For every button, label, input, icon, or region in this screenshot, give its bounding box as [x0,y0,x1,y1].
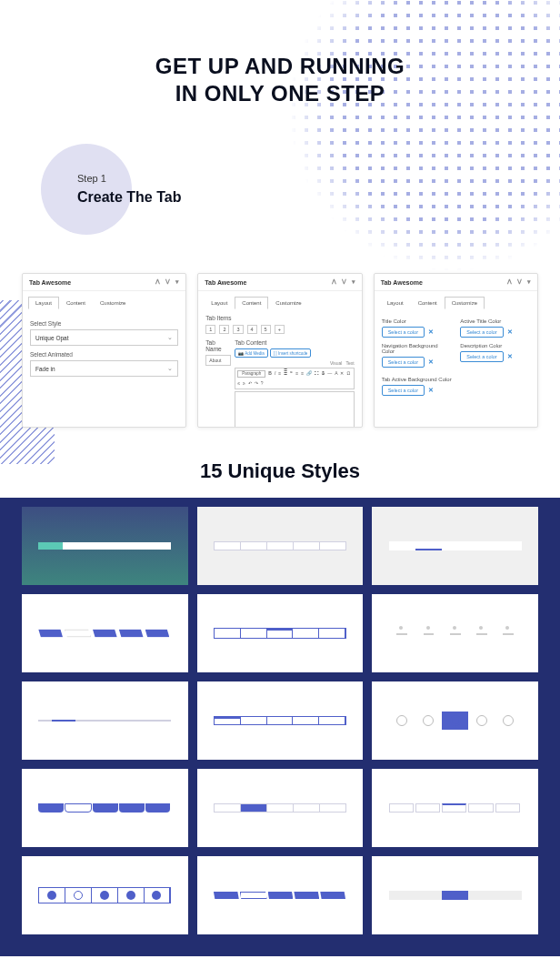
chevron-down-icon[interactable]: ᐯ [165,278,170,286]
tab-item-2[interactable]: 2 [219,325,229,334]
tab-content[interactable]: Content [59,297,93,309]
hero-heading: GET UP AND RUNNING IN ONLY ONE STEP [0,0,560,107]
align-center-icon[interactable]: ≡ [301,370,304,378]
tab-active-bg-color-button[interactable]: Select a color [382,385,425,396]
style-thumb-15 [372,856,538,934]
close-icon[interactable]: ✕ [507,328,513,336]
close-icon[interactable]: ✕ [428,328,434,336]
triangle-icon[interactable]: ▾ [175,278,179,286]
step-title: Create The Tab [77,189,181,206]
hr-icon[interactable]: — [327,370,332,378]
style-thumb-14 [197,856,364,934]
visual-mode[interactable]: Visual [330,360,343,366]
close-icon[interactable]: ✕ [428,358,434,366]
add-media-button[interactable]: 📷 Add Media [235,348,268,358]
help-icon[interactable]: ? [261,380,264,387]
close-icon[interactable]: ✕ [507,353,513,360]
title-color-label: Title Color [382,318,452,324]
triangle-icon[interactable]: ▾ [527,278,531,286]
fullscreen-icon[interactable]: ⛶ [315,370,319,378]
bold-icon[interactable]: B [268,370,272,378]
text-mode[interactable]: Text [345,360,354,366]
chevron-up-icon[interactable]: ᐱ [155,278,160,286]
color-icon[interactable]: A [335,370,337,378]
strike-icon[interactable]: S̶ [322,370,325,378]
panel-title: Tab Awesome [29,279,71,286]
nav-bg-color-label: Navigation Background Color [382,343,452,354]
indent-icon[interactable]: ≥ [243,380,245,387]
step-text: Step 1 Create The Tab [77,173,181,206]
tab-item-5[interactable]: 5 [261,325,271,334]
triangle-icon[interactable]: ▾ [352,278,355,286]
panel-title: Tab Awesome [381,279,423,286]
style-thumb-13 [22,856,188,934]
style-thumb-5 [197,594,364,672]
tab-active-bg-color-label: Tab Active Background Color [382,377,530,382]
style-thumb-11 [197,769,364,847]
chevron-up-icon[interactable]: ᐱ [332,278,336,286]
styles-grid-container [0,498,560,956]
nav-bg-color-button[interactable]: Select a color [382,357,425,368]
tab-name-input[interactable]: About [205,355,231,366]
editor-toolbar: Paragraph B I ≡ ≣ ❝ ≡ ≡ 🔗 ⛶ S̶ — A ✕ [235,368,354,389]
panel-tabs: Layout Content Customize [375,291,537,309]
tab-item-4[interactable]: 4 [247,325,257,334]
panel-content: Tab Awesome ᐱ ᐯ ▾ Layout Content Customi… [197,273,362,428]
tab-item-3[interactable]: 3 [233,325,243,334]
desc-color-label: Description Color [460,343,530,348]
tab-layout[interactable]: Layout [28,297,59,309]
editor-textarea[interactable] [235,391,354,428]
select-style-dropdown[interactable]: Unique Opat [30,329,178,346]
desc-color-button[interactable]: Select a color [460,351,503,362]
redo-icon[interactable]: ↷ [255,380,258,387]
panel-layout: Tab Awesome ᐱ ᐯ ▾ Layout Content Customi… [22,273,186,428]
list-ul-icon[interactable]: ≡ [278,370,281,378]
tab-customize[interactable]: Customize [445,297,485,309]
hero-line2: IN ONLY ONE STEP [175,81,385,106]
insert-shortcode-button[interactable]: [ ] Insert shortcode [270,348,311,358]
tab-content[interactable]: Content [411,297,445,309]
select-style-label: Select Style [30,320,178,327]
panel-tabs: Layout Content Customize [23,291,185,309]
undo-icon[interactable]: ↶ [248,380,252,387]
tab-item-1[interactable]: 1 [205,325,215,334]
select-animated-dropdown[interactable]: Fade in [30,360,178,377]
step-label: Step 1 [77,173,181,184]
special-char-icon[interactable]: Ω [346,370,350,378]
hero-line1: GET UP AND RUNNING [155,54,405,78]
panel-tabs: Layout Content Customize [198,291,361,309]
title-color-button[interactable]: Select a color [382,327,425,338]
chevron-up-icon[interactable]: ᐱ [507,278,512,286]
list-ol-icon[interactable]: ≣ [284,370,287,378]
paragraph-select[interactable]: Paragraph [237,370,265,378]
tab-items-row: 1 2 3 4 5 + [205,325,354,334]
style-thumb-10 [22,769,188,847]
tab-layout[interactable]: Layout [204,297,235,309]
style-thumb-7 [22,681,188,760]
tab-customize[interactable]: Customize [268,297,308,309]
align-left-icon[interactable]: ≡ [295,370,298,378]
clear-icon[interactable]: ✕ [340,370,344,378]
chevron-down-icon[interactable]: ᐯ [517,278,522,286]
tab-items-label: Tab Items [205,315,354,321]
italic-icon[interactable]: I [275,370,275,378]
select-animated-label: Select Animated [30,351,178,358]
style-thumb-1 [22,507,188,585]
select-animated-value: Fade in [35,366,55,372]
close-icon[interactable]: ✕ [428,387,434,394]
active-title-color-button[interactable]: Select a color [460,327,503,338]
outdent-icon[interactable]: ≤ [237,380,240,387]
select-style-value: Unique Opat [35,335,69,341]
tab-layout[interactable]: Layout [380,297,411,309]
tab-item-add[interactable]: + [275,325,285,334]
style-thumb-3 [372,507,538,585]
tab-customize[interactable]: Customize [93,297,133,309]
tab-content[interactable]: Content [235,297,268,309]
config-panels-row: Tab Awesome ᐱ ᐯ ▾ Layout Content Customi… [22,273,538,428]
panel-controls: ᐱ ᐯ ▾ [507,278,531,286]
panel-header: Tab Awesome ᐱ ᐯ ▾ [375,274,537,291]
chevron-down-icon[interactable]: ᐯ [342,278,346,286]
style-thumb-2 [197,507,364,585]
link-icon[interactable]: 🔗 [306,370,312,378]
quote-icon[interactable]: ❝ [290,370,293,378]
